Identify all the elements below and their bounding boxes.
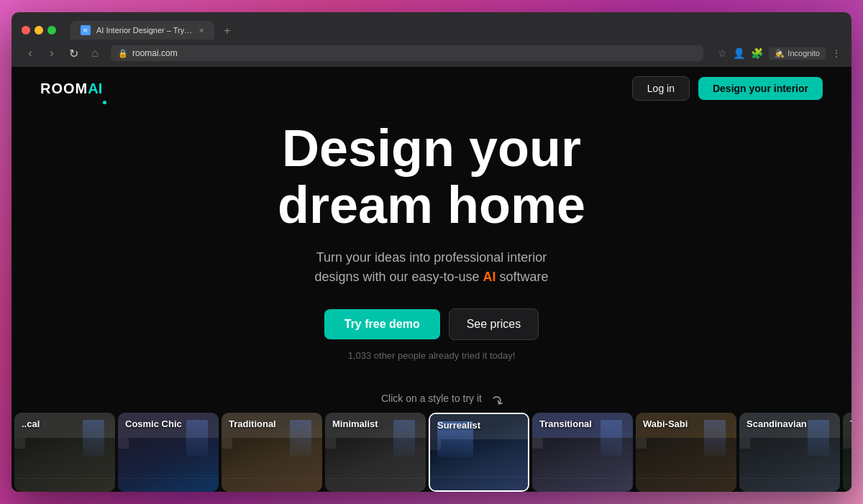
incognito-label: Incognito xyxy=(787,49,820,58)
styles-scroll: ..calCosmic ChicTraditionalMinimalistSur… xyxy=(12,413,851,492)
style-label-cosmic: Cosmic Chic xyxy=(125,418,182,429)
hero-ai-highlight: AI xyxy=(483,270,496,284)
styles-hint-text: Click on a style to try it xyxy=(381,393,482,404)
browser-window: R AI Interior Designer – Try for... ✕ + … xyxy=(12,12,851,492)
style-card-minimalist[interactable]: Minimalist xyxy=(325,413,426,492)
incognito-button[interactable]: 🕵 Incognito xyxy=(769,47,826,60)
browser-nav-buttons: ‹ › ↻ ⌂ xyxy=(22,47,104,60)
hero-title-line1: Design your xyxy=(282,119,581,177)
style-label-minimalist: Minimalist xyxy=(332,418,378,429)
style-label-scandinavian: Scandinavian xyxy=(746,418,807,429)
style-card-traditional[interactable]: Traditional xyxy=(222,413,322,492)
home-button[interactable]: ⌂ xyxy=(86,47,104,60)
logo-ai-text: AI xyxy=(88,81,102,97)
browser-tabs: R AI Interior Designer – Try for... ✕ + xyxy=(70,21,841,40)
logo[interactable]: ROOM AI xyxy=(40,81,106,97)
style-card-scandinavian[interactable]: Scandinavian xyxy=(739,413,840,492)
traffic-lights xyxy=(22,26,56,35)
active-tab[interactable]: R AI Interior Designer – Try for... ✕ xyxy=(70,21,214,40)
styles-section: Click on a style to try it ↷ ..calCosmic… xyxy=(12,385,851,492)
hero-subtitle: Turn your ideas into professional interi… xyxy=(314,248,548,287)
hero-title-line2: dream home xyxy=(278,176,585,234)
style-card-tropical[interactable]: Trop... xyxy=(843,413,851,492)
style-card-transitional[interactable]: Transitional xyxy=(532,413,633,492)
hero-subtitle-before: Turn your ideas into professional interi… xyxy=(316,250,547,265)
try-demo-button[interactable]: Try free demo xyxy=(324,309,440,339)
url-text: roomai.com xyxy=(132,48,178,58)
hero-title: Design your dream home xyxy=(278,120,585,234)
style-card-wabi[interactable]: Wabi-Sabi xyxy=(636,413,736,492)
cta-buttons: Try free demo See prices xyxy=(324,308,539,340)
extensions-icon[interactable]: 🧩 xyxy=(751,47,763,59)
style-card-local[interactable]: ..cal xyxy=(14,413,115,492)
forward-button[interactable]: › xyxy=(43,47,60,60)
hero-section: Design your dream home Turn your ideas i… xyxy=(12,110,851,385)
browser-chrome: R AI Interior Designer – Try for... ✕ + … xyxy=(12,12,851,67)
style-label-wabi: Wabi-Sabi xyxy=(643,418,688,429)
website-content: ROOM AI Log in Design your interior Desi… xyxy=(12,67,851,492)
close-button[interactable] xyxy=(22,26,30,35)
style-label-transitional: Transitional xyxy=(539,418,592,429)
tab-favicon: R xyxy=(81,25,91,35)
browser-titlebar: R AI Interior Designer – Try for... ✕ + xyxy=(12,12,851,41)
social-proof-text: 1,033 other people already tried it toda… xyxy=(348,350,516,361)
browser-actions: ☆ 👤 🧩 🕵 Incognito ⋮ xyxy=(718,47,841,60)
minimize-button[interactable] xyxy=(35,26,43,35)
back-button[interactable]: ‹ xyxy=(22,47,39,60)
lock-icon: 🔒 xyxy=(118,49,128,58)
style-card-surrealist[interactable]: Surrealist xyxy=(429,413,529,492)
browser-addressbar: ‹ › ↻ ⌂ 🔒 roomai.com ☆ 👤 🧩 🕵 Incognito ⋮ xyxy=(12,41,851,67)
incognito-icon: 🕵 xyxy=(775,49,785,58)
nav-actions: Log in Design your interior xyxy=(632,76,823,101)
style-label-traditional: Traditional xyxy=(229,418,276,429)
tab-title: AI Interior Designer – Try for... xyxy=(96,26,193,35)
style-card-cosmic[interactable]: Cosmic Chic xyxy=(118,413,219,492)
logo-room-text: ROOM xyxy=(40,81,88,97)
arrow-icon: ↷ xyxy=(488,390,507,411)
styles-hint: Click on a style to try it ↷ xyxy=(12,393,851,404)
maximize-button[interactable] xyxy=(47,26,56,35)
design-button[interactable]: Design your interior xyxy=(698,77,823,100)
style-label-surrealist: Surrealist xyxy=(437,420,480,431)
tab-close-icon[interactable]: ✕ xyxy=(198,27,204,35)
logo-dot xyxy=(103,101,106,104)
login-button[interactable]: Log in xyxy=(632,76,690,101)
hero-subtitle-mid: designs with our easy-to-use xyxy=(314,270,483,284)
new-tab-button[interactable]: + xyxy=(219,22,236,40)
reload-button[interactable]: ↻ xyxy=(65,47,82,60)
menu-icon[interactable]: ⋮ xyxy=(831,47,841,59)
style-label-tropical: Trop... xyxy=(850,418,851,429)
profile-icon[interactable]: 👤 xyxy=(733,47,745,59)
style-label-local: ..cal xyxy=(22,418,40,429)
bookmark-icon[interactable]: ☆ xyxy=(718,47,727,59)
site-navigation: ROOM AI Log in Design your interior xyxy=(12,67,851,110)
see-prices-button[interactable]: See prices xyxy=(449,308,539,340)
address-bar[interactable]: 🔒 roomai.com xyxy=(111,45,703,61)
hero-subtitle-after: software xyxy=(496,270,549,284)
